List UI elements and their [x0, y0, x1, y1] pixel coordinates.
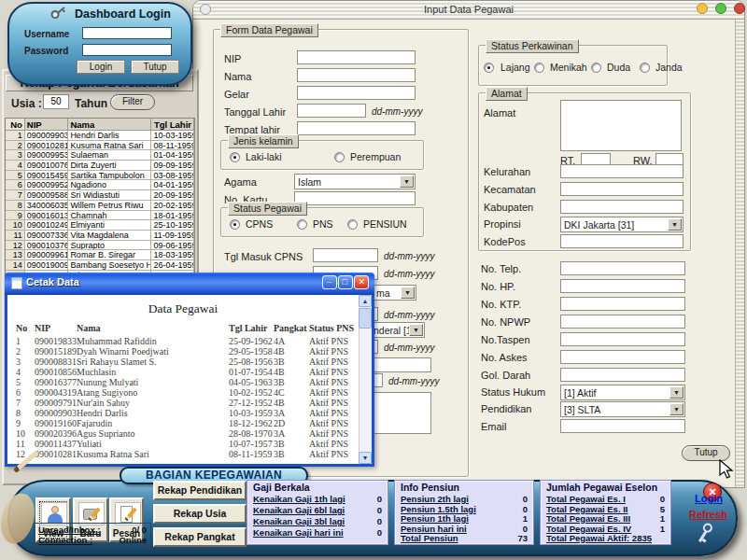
- stat-label[interactable]: Kenaikan Gaji 6bl lagi: [253, 505, 345, 516]
- rw-field[interactable]: [655, 153, 684, 166]
- masked-dropdown-1[interactable]: ma: [308, 285, 416, 301]
- table-row[interactable]: 10 090010249 Elmiyanti 25-10-1959: [6, 220, 194, 231]
- stat-label[interactable]: Kenaikan Gaji 3bl lagi: [253, 516, 345, 527]
- table-row[interactable]: 5 090015459 Sartika Tampubolon 03-08-195…: [6, 171, 194, 181]
- stat-label[interactable]: Pensiun 1.5th lagi: [401, 504, 476, 514]
- scroll-up-icon[interactable]: [359, 295, 372, 307]
- stat-label[interactable]: Total Pegawai Es. II: [546, 504, 627, 514]
- stat-label[interactable]: Pensiun hari ini: [401, 524, 467, 534]
- agama-dropdown[interactable]: Islam: [294, 174, 416, 189]
- tgl-masuk-cpns-field[interactable]: [313, 248, 378, 262]
- table-row[interactable]: 12 090010376 Suprapto 09-06-1959: [6, 241, 194, 251]
- rekap-pangkat-button[interactable]: Rekap Pangkat: [153, 527, 247, 547]
- radio-menikah[interactable]: [534, 63, 544, 73]
- table-row[interactable]: 4 090010076 Dirta Zuyerti 09-09-1959: [6, 161, 194, 171]
- password-input[interactable]: [82, 44, 172, 56]
- maximize-icon[interactable]: [715, 3, 726, 14]
- username-input[interactable]: [82, 27, 172, 39]
- refresh-link[interactable]: Refresh: [689, 509, 727, 520]
- window-edge-scroll-strip[interactable]: [735, 20, 744, 487]
- stat-label[interactable]: Total Pegawai Es. IV: [546, 524, 631, 534]
- table-row[interactable]: 6 090009952 Ngadiono 04-01-1959: [6, 180, 194, 190]
- dropdown-arrow-icon[interactable]: [400, 175, 414, 188]
- login-link[interactable]: Login: [695, 493, 723, 504]
- masked-multiline-field[interactable]: [314, 392, 431, 434]
- table-row[interactable]: 8 340006035 Willem Petrus Riwu 20-02-195…: [6, 201, 194, 211]
- close-icon[interactable]: [354, 275, 369, 289]
- table-row[interactable]: 15 090003336 Triyanto 05-04-1959: [6, 271, 194, 274]
- main-window-titlebar[interactable]: [193, 1, 744, 20]
- filter-button[interactable]: Filter: [110, 94, 155, 110]
- email-field[interactable]: [560, 419, 685, 433]
- table-row[interactable]: 2 090010281 Kusuma Ratna Sari 08-11-1959: [6, 141, 194, 151]
- dropdown-arrow-icon[interactable]: [409, 324, 423, 336]
- radio-janda[interactable]: [640, 63, 650, 73]
- table-row[interactable]: 3 090009953 Sulaeman 01-04-1959: [6, 150, 194, 161]
- table-row[interactable]: 13 090009961 Romar B. Siregar 18-03-1959: [6, 250, 194, 260]
- dropdown-arrow-icon[interactable]: [669, 403, 684, 415]
- table-row[interactable]: 14 090019009 Bambang Soesetyo Hadi 26-04…: [6, 260, 194, 271]
- kabupaten-field[interactable]: [560, 200, 684, 214]
- dropdown-arrow-icon[interactable]: [668, 218, 682, 231]
- kodepos-field[interactable]: [560, 234, 684, 248]
- masked-date-field[interactable]: [313, 373, 383, 387]
- table-row[interactable]: 7 090009588 Sri Widiastuti 20-09-1959: [6, 190, 194, 201]
- kelurahan-field[interactable]: [560, 164, 684, 178]
- pesan-button[interactable]: Pesan: [109, 497, 144, 542]
- table-row[interactable]: 1 090009903 Hendri Darlis 10-03-1959: [6, 131, 194, 141]
- propinsi-dropdown[interactable]: DKI Jakarta [31]: [560, 217, 684, 232]
- scrollbar-thumb[interactable]: [359, 308, 372, 329]
- pendidikan-dropdown[interactable]: [3] SLTA: [560, 401, 685, 417]
- radio-perempuan[interactable]: [334, 152, 345, 162]
- minimize-icon[interactable]: [697, 3, 708, 14]
- tempat-lahir-field[interactable]: [297, 121, 416, 135]
- kecamatan-field[interactable]: [560, 182, 684, 196]
- login-button[interactable]: Login: [77, 60, 125, 74]
- col-nip[interactable]: NIP: [25, 119, 69, 131]
- login-tutup-button[interactable]: Tutup: [131, 60, 179, 74]
- no-ktp-field[interactable]: [560, 297, 685, 311]
- close-icon[interactable]: [703, 483, 722, 501]
- nama-field[interactable]: [297, 68, 416, 82]
- stat-label[interactable]: Total Pegawai Es. I: [546, 494, 626, 504]
- masked-date-field[interactable]: [313, 340, 378, 354]
- tanggal-lahir-field[interactable]: [297, 104, 366, 118]
- no-taspen-field[interactable]: [560, 332, 685, 346]
- no-telp-field[interactable]: [560, 261, 685, 275]
- gelar-field[interactable]: [297, 86, 416, 100]
- rekap-usia-button[interactable]: Rekap Usia: [153, 504, 247, 524]
- radio-laki-laki[interactable]: [230, 152, 240, 162]
- col-tgl-lahir[interactable]: Tgl Lahir: [151, 119, 194, 131]
- stat-label[interactable]: Pensiun 1th lagi: [401, 513, 469, 524]
- status-hukum-dropdown[interactable]: [1] Aktif: [560, 385, 685, 400]
- maximize-icon[interactable]: [338, 275, 353, 289]
- radio-pns[interactable]: [297, 219, 307, 230]
- cetak-titlebar[interactable]: [5, 273, 374, 295]
- radio-pensiun[interactable]: [347, 219, 358, 230]
- stat-label[interactable]: Total Pegawai Aktif: 2835: [546, 533, 652, 543]
- radio-lajang[interactable]: [484, 63, 494, 73]
- scroll-down-icon[interactable]: [359, 452, 372, 464]
- minimize-icon[interactable]: [322, 275, 337, 289]
- masked-dropdown-2[interactable]: nderal [1A]: [308, 322, 425, 338]
- stat-label[interactable]: Kenaikan Gaji 1th lagi: [253, 494, 345, 505]
- col-nama[interactable]: Nama: [68, 119, 151, 131]
- no-kartu-field[interactable]: [294, 191, 416, 205]
- alamat-textarea[interactable]: [560, 100, 682, 151]
- dropdown-arrow-icon[interactable]: [401, 287, 415, 299]
- no-npwp-field[interactable]: [560, 315, 685, 329]
- no-hp-field[interactable]: [560, 279, 685, 293]
- radio-duda[interactable]: [591, 63, 601, 73]
- stat-label[interactable]: Pensiun 2th lagi: [401, 494, 469, 504]
- masked-text-field[interactable]: [314, 357, 431, 372]
- gol-darah-field[interactable]: [560, 368, 685, 382]
- rt-field[interactable]: [581, 153, 611, 166]
- masked-date-field[interactable]: [313, 307, 378, 321]
- stat-label[interactable]: Kenaikan Gaji hari ini: [253, 527, 344, 539]
- radio-cpns[interactable]: [230, 219, 240, 230]
- nip-field[interactable]: [297, 50, 416, 64]
- col-no[interactable]: No: [6, 119, 25, 131]
- table-row[interactable]: 9 090016013 Chamnah 18-01-1959: [6, 211, 194, 221]
- baru-button[interactable]: Baru: [73, 497, 108, 542]
- scrollbar-track[interactable]: [359, 295, 372, 464]
